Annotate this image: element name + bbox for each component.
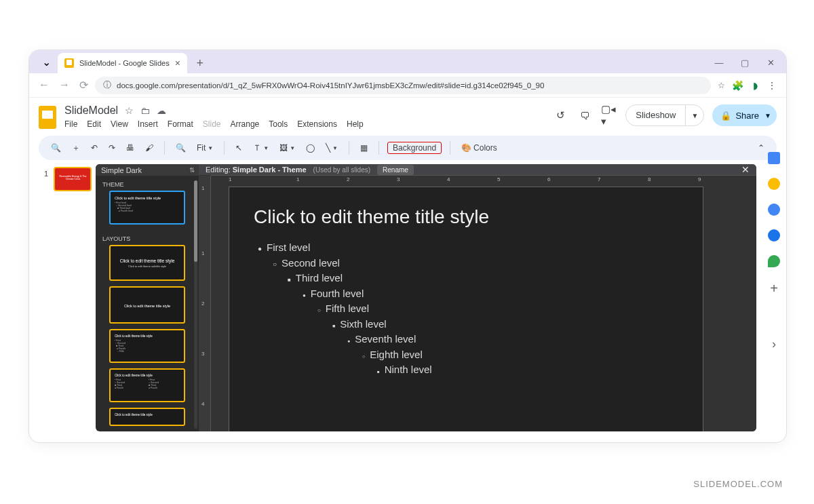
background-button[interactable]: Background: [387, 142, 442, 154]
used-by-label: (Used by all slides): [313, 166, 370, 174]
close-editor-icon[interactable]: ✕: [741, 164, 750, 175]
layout-thumb[interactable]: Click to edit theme title style • First○…: [109, 368, 185, 402]
menu-view[interactable]: View: [111, 119, 128, 129]
level-4: Fourth level: [311, 288, 364, 299]
print-icon[interactable]: 🖶: [123, 142, 137, 154]
addons-plus-icon[interactable]: +: [770, 281, 778, 296]
share-label: Share: [735, 111, 759, 121]
menu-edit[interactable]: Edit: [87, 119, 101, 129]
history-icon[interactable]: ↺: [552, 107, 568, 123]
undo-icon[interactable]: ↶: [88, 142, 100, 154]
document-title[interactable]: SlideModel: [64, 104, 118, 117]
slideshow-dropdown-icon[interactable]: ▼: [686, 112, 703, 119]
colors-button[interactable]: 🎨 Colors: [459, 142, 500, 154]
slideshow-button[interactable]: Slideshow ▼: [625, 104, 704, 126]
line-tool-icon[interactable]: ╲▼: [323, 142, 341, 154]
theme-editor: Editing: Simple Dark - Theme (Used by al…: [199, 164, 756, 431]
placeholder-icon[interactable]: ▦: [357, 142, 370, 154]
maps-icon[interactable]: [768, 255, 780, 267]
redo-icon[interactable]: ↷: [106, 142, 118, 154]
level-1: First level: [267, 241, 310, 253]
theme-master-thumb[interactable]: Click to edit theme title style • First …: [109, 191, 185, 225]
zoom-select[interactable]: Fit ▼: [194, 142, 216, 154]
cloud-status-icon[interactable]: ☁: [157, 105, 166, 116]
theme-panel-menu-icon[interactable]: ⇅: [189, 166, 195, 174]
shape-tool-icon[interactable]: ◯: [303, 142, 317, 154]
zoom-label: Fit: [197, 143, 206, 153]
horizontal-ruler[interactable]: 1 1 2 3 4 5 6 7 8 9: [211, 175, 756, 176]
ruler-tick: 1: [201, 185, 204, 191]
share-button[interactable]: 🔒 Share ▼: [712, 104, 777, 126]
toolbar-divider: [379, 141, 379, 155]
ruler-tick: 5: [497, 176, 500, 182]
calendar-icon[interactable]: [768, 152, 780, 164]
back-icon[interactable]: ←: [39, 79, 50, 92]
maximize-icon[interactable]: ▢: [739, 58, 751, 68]
slide-body[interactable]: First level Second level Third level Fou…: [254, 240, 678, 378]
address-bar[interactable]: ⓘ docs.google.com/presentation/d/1_qZ_5w…: [95, 77, 711, 94]
slide-canvas[interactable]: Click to edit theme title style First le…: [229, 187, 703, 431]
paint-format-icon[interactable]: 🖌: [142, 142, 156, 154]
tab-close-icon[interactable]: ×: [175, 58, 180, 69]
level-6: Sixth level: [340, 318, 386, 330]
slideshow-label: Slideshow: [626, 105, 686, 125]
slides-favicon-icon: [64, 58, 74, 68]
keep-icon[interactable]: [768, 178, 780, 190]
canvas-area[interactable]: Click to edit theme title style First le…: [211, 176, 756, 431]
star-icon[interactable]: ☆: [125, 105, 134, 116]
browser-tabstrip: ⌄ SlideModel - Google Slides × + — ▢ ✕: [29, 50, 786, 73]
new-slide-icon[interactable]: ＋: [69, 141, 83, 155]
menu-format[interactable]: Format: [168, 119, 193, 129]
toolbar-divider: [164, 141, 165, 155]
share-dropdown-icon[interactable]: ▼: [764, 112, 771, 119]
app-header: SlideModel ☆ 🗀 ☁ File Edit View Insert F…: [29, 98, 786, 129]
menu-tools[interactable]: Tools: [269, 119, 288, 129]
menu-file[interactable]: File: [64, 119, 77, 129]
menu-insert[interactable]: Insert: [138, 119, 158, 129]
browser-menu-icon[interactable]: ⋮: [767, 80, 777, 91]
browser-toolbar: ← → ⟳ ⓘ docs.google.com/presentation/d/1…: [29, 73, 786, 98]
rename-button[interactable]: Rename: [377, 165, 414, 175]
layout-thumb[interactable]: Click to edit theme title style • First …: [109, 329, 185, 363]
move-icon[interactable]: 🗀: [140, 105, 150, 116]
thumb-lines: • First ○ Second ■ Third ● Fourth ○ Fift…: [115, 339, 180, 353]
slides-logo-icon[interactable]: [39, 106, 56, 129]
ruler-tick: 1: [229, 176, 231, 182]
select-tool-icon[interactable]: ↖: [233, 142, 245, 154]
slide-title[interactable]: Click to edit theme title style: [254, 206, 678, 228]
new-tab-button[interactable]: +: [191, 54, 209, 72]
meet-icon[interactable]: ▢◂ ▾: [601, 107, 617, 123]
vertical-ruler[interactable]: 1 1 2 3 4: [199, 176, 211, 431]
layout-thumb[interactable]: Click to edit theme title style: [109, 286, 185, 323]
tasks-icon[interactable]: [768, 203, 780, 216]
image-tool-icon[interactable]: 🖼▼: [277, 142, 298, 154]
contacts-icon[interactable]: [768, 229, 780, 241]
extensions-icon[interactable]: 🧩: [732, 80, 743, 91]
side-panel-collapse-icon[interactable]: ›: [772, 337, 776, 351]
scrollbar-thumb[interactable]: [194, 180, 197, 262]
reload-icon[interactable]: ⟳: [79, 79, 88, 92]
layout-thumb[interactable]: Click to edit theme title style: [109, 408, 185, 426]
slide-thumbnail[interactable]: Renewable Energy & The Climate Crisis: [54, 167, 92, 191]
tab-search-chevron-icon[interactable]: ⌄: [39, 54, 54, 69]
browser-tab[interactable]: SlideModel - Google Slides ×: [58, 53, 187, 73]
minimize-icon[interactable]: —: [713, 58, 725, 68]
layouts-section-label: LAYOUTS: [96, 230, 199, 245]
close-window-icon[interactable]: ✕: [764, 58, 777, 68]
textbox-tool-icon[interactable]: Ｔ▼: [250, 141, 271, 155]
menu-help[interactable]: Help: [347, 119, 364, 129]
window-controls: — ▢ ✕: [713, 58, 786, 73]
site-info-icon[interactable]: ⓘ: [103, 79, 111, 91]
level-5: Fifth level: [326, 303, 369, 314]
menu-arrange[interactable]: Arrange: [231, 119, 260, 129]
search-menus-icon[interactable]: 🔍: [48, 142, 64, 154]
theme-scrollbar[interactable]: [194, 180, 197, 429]
zoom-to-fit-icon[interactable]: 🔍: [173, 142, 189, 154]
comments-icon[interactable]: 🗨: [577, 107, 593, 123]
layout-thumb[interactable]: Click to edit theme title style Click to…: [109, 245, 185, 281]
url-text: docs.google.com/presentation/d/1_qZ_5wFR…: [117, 81, 544, 90]
profile-icon[interactable]: ◗: [753, 80, 758, 91]
bookmark-star-icon[interactable]: ☆: [718, 81, 725, 90]
menu-extensions[interactable]: Extensions: [297, 119, 337, 129]
forward-icon[interactable]: →: [59, 79, 70, 92]
